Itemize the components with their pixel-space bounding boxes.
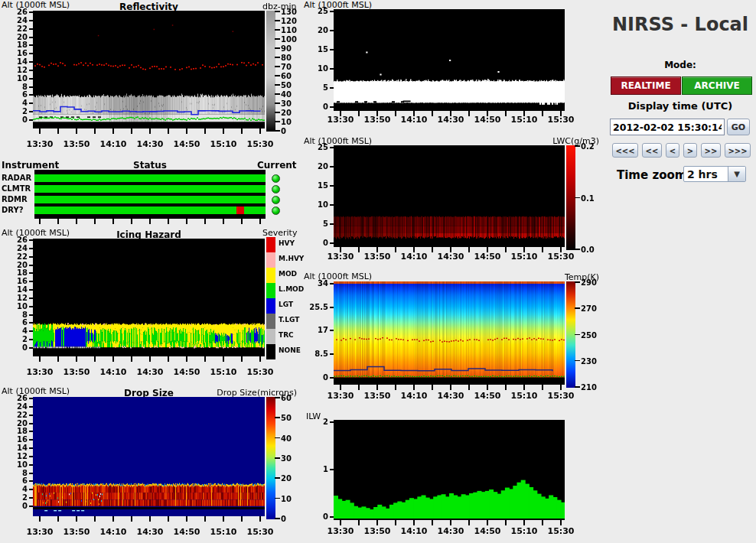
y-axis-tick [29, 281, 33, 282]
colorbar-tick-label: 30 [281, 99, 292, 108]
nav-back-button[interactable]: << [642, 143, 662, 158]
colorbar-tick [575, 281, 580, 283]
y-axis-tick-label: 2 [8, 493, 28, 502]
current-header: Current [257, 160, 297, 171]
icing-hazard-chart: Alt (1000ft MSL)Icing Hazard262422201816… [0, 228, 300, 385]
time-zoom-value: 2 hrs [687, 168, 718, 180]
y-axis-tick [29, 415, 33, 416]
archive-button[interactable]: ARCHIVE [682, 76, 752, 95]
lwc-chart: Alt (1000ft MSL)252015105013:3013:5014:1… [302, 136, 602, 271]
nav-fast-back-button[interactable]: <<< [612, 143, 638, 158]
status-axis-tick [57, 219, 59, 224]
x-axis-tick [505, 111, 507, 116]
nav-forward-button[interactable]: >> [701, 143, 721, 158]
colorbar-tick [575, 145, 580, 147]
x-axis-tick [542, 385, 543, 390]
x-axis-tick [112, 128, 114, 134]
y-axis-tick-label: 4 [8, 99, 28, 107]
app-title: NIRSS - Local [604, 14, 756, 35]
y-axis-tick-label: 10 [308, 64, 328, 73]
x-axis-tick [57, 128, 59, 134]
x-axis-tick-label: 13:30 [24, 527, 56, 537]
x-axis-tick-label: 15:30 [545, 252, 577, 262]
y-axis-tick-label: 20 [8, 261, 28, 269]
colorbar-tick-label: 210 [581, 383, 597, 392]
y-axis-tick [29, 347, 33, 349]
x-axis-tick-label: 14:30 [435, 115, 467, 125]
y-axis-tick [330, 166, 334, 167]
x-axis-tick-label: 15:30 [545, 391, 577, 401]
colorbar-tick-label: 0.2 [581, 142, 595, 151]
display-time-input[interactable] [610, 119, 725, 135]
colorbar-tick-label: 80 [281, 54, 292, 62]
status-axis-tick [131, 219, 132, 224]
nav-step-back-button[interactable]: < [666, 143, 679, 158]
status-axis-tick [186, 219, 187, 224]
severity-segment [266, 237, 275, 252]
x-axis-tick-label: 15:10 [508, 526, 540, 536]
colorbar [266, 237, 275, 359]
y-axis-tick [29, 480, 33, 482]
x-axis-tick [204, 128, 206, 134]
x-axis-tick [376, 520, 378, 525]
x-axis-tick [223, 516, 224, 522]
colorbar-tick-label: 110 [281, 26, 297, 34]
chevron-down-icon[interactable]: ▼ [728, 167, 745, 181]
x-axis-tick [131, 128, 132, 134]
y-axis-tick [29, 289, 33, 291]
x-axis-tick [259, 128, 261, 134]
colorbar-tick-label: 0 [281, 515, 286, 523]
x-axis-tick [186, 128, 187, 134]
y-axis-tick-label: 26 [8, 236, 28, 244]
x-axis-tick [395, 111, 396, 116]
x-axis-tick [223, 128, 224, 134]
x-axis-tick [542, 247, 543, 252]
x-axis-tick-label: 13:30 [324, 526, 357, 536]
x-axis-tick [259, 356, 261, 362]
x-axis-tick [560, 385, 562, 390]
x-axis-tick [131, 516, 132, 522]
colorbar-tick [275, 75, 280, 76]
x-axis-tick-label: 14:10 [398, 252, 430, 262]
x-axis-tick [468, 111, 470, 116]
x-axis-tick [204, 356, 206, 362]
y-axis-tick-label: 22 [8, 24, 28, 33]
y-axis-tick [29, 439, 33, 441]
colorbar-tick [275, 397, 280, 398]
x-axis-tick [340, 385, 341, 390]
x-axis-tick-label: 15:10 [207, 367, 240, 377]
x-axis-tick [487, 520, 488, 525]
x-axis-tick [112, 356, 114, 362]
y-axis-tick [29, 119, 33, 121]
status-axis-tick [168, 219, 169, 224]
y-axis-tick-label: 25 [308, 7, 328, 15]
y-axis-tick-label: 17 [308, 326, 328, 334]
y-axis-tick [330, 223, 334, 225]
x-axis-tick [358, 520, 360, 525]
x-axis-tick-label: 15:30 [545, 115, 577, 125]
x-axis-tick-label: 14:50 [171, 527, 203, 537]
y-axis-tick [29, 423, 33, 424]
nav-step-forward-button[interactable]: > [683, 143, 697, 158]
y-axis-tick-label: 0 [8, 115, 28, 124]
colorbar-tick [275, 84, 280, 86]
y-axis-tick-label: 18 [8, 427, 28, 435]
x-axis-tick [468, 520, 470, 525]
x-axis-tick [168, 128, 169, 134]
y-axis-tick [29, 78, 33, 80]
y-axis-tick [330, 421, 334, 423]
y-axis-tick [330, 469, 334, 470]
realtime-button[interactable]: REALTIME [611, 76, 681, 95]
current-status-led [272, 185, 280, 193]
y-axis-tick-label: 12 [8, 66, 28, 74]
colorbar-tick [275, 437, 280, 439]
y-axis-tick [29, 339, 33, 340]
nav-fast-forward-button[interactable]: >>> [725, 143, 751, 158]
go-button[interactable]: GO [727, 119, 750, 135]
x-axis-tick-label: 15:10 [207, 139, 240, 149]
y-axis-tick [29, 330, 33, 332]
x-axis-tick [57, 356, 59, 362]
time-zoom-select[interactable]: 2 hrs ▼ [683, 166, 746, 182]
y-axis-tick [330, 516, 334, 518]
x-axis-tick [149, 516, 151, 522]
